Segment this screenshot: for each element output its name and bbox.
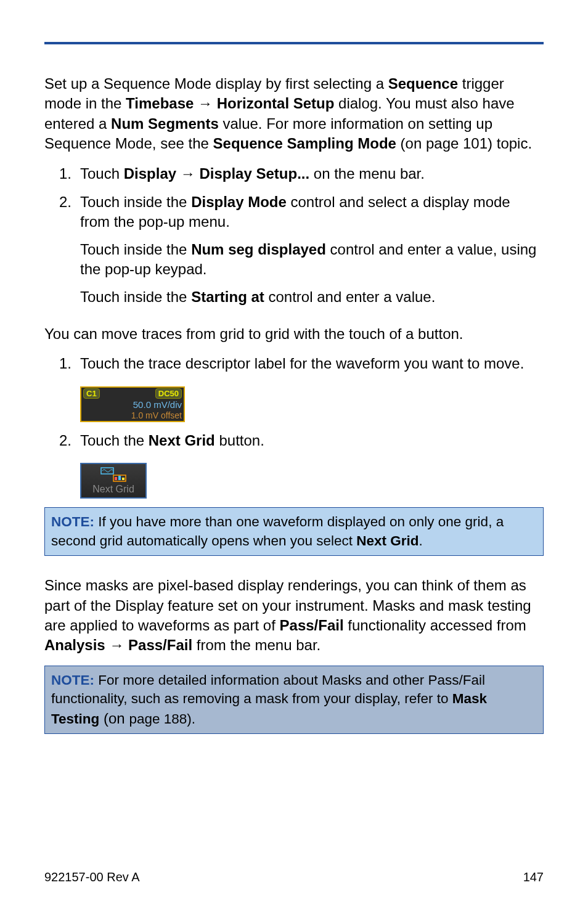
- note-lead: NOTE:: [51, 672, 94, 688]
- list-item: 1. Touch the trace descriptor label for …: [44, 354, 544, 373]
- text: Touch the trace descriptor label for the…: [80, 354, 544, 373]
- text-bold: Next Grid: [149, 432, 215, 449]
- text-bold: Display Mode: [191, 194, 287, 210]
- list-item: 1. Touch Display → Display Setup... on t…: [44, 164, 544, 184]
- text-bold: Sequence: [388, 75, 458, 92]
- list-item: 2. Touch the Next Grid button.: [44, 431, 544, 450]
- text: (on page 101) topic.: [396, 135, 532, 152]
- coupling-badge: DC50: [155, 388, 182, 399]
- text: Touch inside the: [80, 241, 191, 258]
- text: Touch: [80, 165, 124, 182]
- text-bold: Num seg displayed: [191, 241, 326, 258]
- text-bold: Display → Display Setup...: [124, 165, 309, 182]
- text: (on: [99, 710, 129, 727]
- next-grid-button[interactable]: Next Grid: [80, 463, 147, 499]
- next-grid-icon: [100, 467, 127, 483]
- step-number: 2.: [44, 192, 80, 307]
- note-box: NOTE: If you have more than one waveform…: [44, 507, 544, 556]
- text: .: [419, 533, 423, 548]
- page-footer: 922157-00 Rev A 147: [44, 870, 544, 884]
- next-grid-label: Next Grid: [81, 484, 145, 495]
- text: Touch inside the: [80, 288, 191, 305]
- text: Set up a Sequence Mode display by first …: [44, 75, 388, 92]
- channel-badge: C1: [83, 388, 100, 399]
- svg-rect-0: [101, 468, 113, 474]
- offset-value: 1.0 mV offset: [81, 410, 184, 421]
- text: on the menu bar.: [309, 165, 425, 182]
- note-box: NOTE: For more detailed information abou…: [44, 666, 544, 734]
- svg-rect-4: [122, 478, 125, 480]
- text: from the menu bar.: [192, 637, 321, 653]
- text-bold: Num Segments: [111, 115, 219, 132]
- move-steps-2: 2. Touch the Next Grid button.: [44, 431, 544, 450]
- text: Touch the: [80, 432, 149, 449]
- text: control and enter a value.: [264, 288, 436, 305]
- text-bold: Pass/Fail: [280, 617, 344, 634]
- text-bold: Next Grid: [356, 533, 419, 548]
- vdiv-value: 50.0 mV/div: [81, 399, 184, 410]
- text: button.: [215, 432, 264, 449]
- header-rule: [44, 42, 544, 44]
- move-steps: 1. Touch the trace descriptor label for …: [44, 354, 544, 373]
- trace-descriptor-label[interactable]: C1 DC50 50.0 mV/div 1.0 mV offset: [80, 386, 185, 422]
- move-intro: You can move traces from grid to grid wi…: [44, 324, 544, 344]
- text-bold: Starting at: [191, 288, 264, 305]
- footer-page-number: 147: [523, 870, 544, 884]
- step-number: 1.: [44, 164, 80, 184]
- list-item: 2. Touch inside the Display Mode control…: [44, 192, 544, 307]
- seq-steps: 1. Touch Display → Display Setup... on t…: [44, 164, 544, 307]
- step-number: 1.: [44, 354, 80, 373]
- text: Touch inside the: [80, 194, 191, 210]
- text-bold: Timebase → Horizontal Setup: [126, 95, 334, 112]
- footer-left: 922157-00 Rev A: [44, 870, 140, 884]
- svg-rect-3: [118, 476, 121, 480]
- note-lead: NOTE:: [51, 514, 94, 529]
- text: functionality accessed from: [344, 617, 526, 634]
- text-bold: Analysis → Pass/Fail: [44, 637, 192, 653]
- masks-intro: Since masks are pixel-based display rend…: [44, 576, 544, 656]
- text: If you have more than one waveform displ…: [51, 514, 504, 548]
- svg-rect-2: [115, 477, 117, 480]
- step-number: 2.: [44, 431, 80, 450]
- text-bold: Sequence Sampling Mode: [213, 135, 396, 152]
- text: For more detailed information about Mask…: [51, 672, 485, 706]
- seq-intro: Set up a Sequence Mode display by first …: [44, 74, 544, 154]
- text: page 188).: [129, 711, 195, 727]
